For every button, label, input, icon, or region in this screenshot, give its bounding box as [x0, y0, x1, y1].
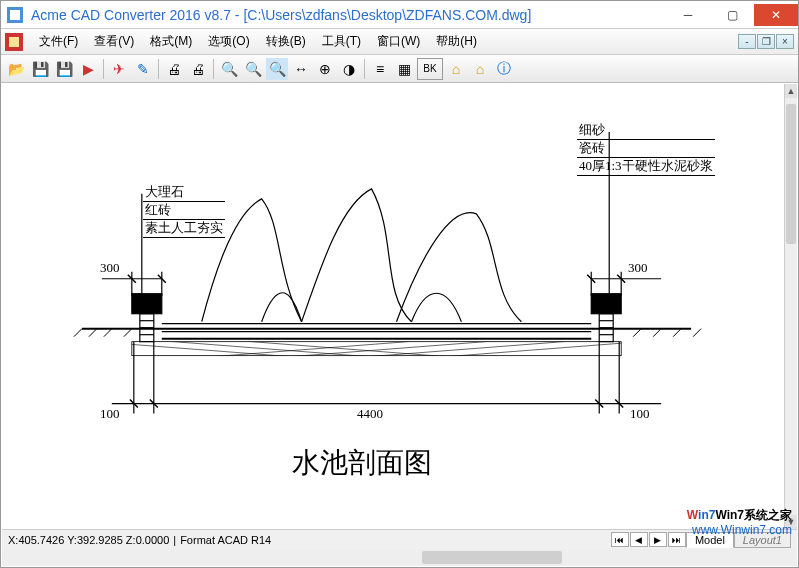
window-title: Acme CAD Converter 2016 v8.7 - [C:\Users… [31, 7, 666, 23]
logo-icon [5, 33, 23, 51]
minimize-button[interactable]: ─ [666, 4, 710, 26]
title-bar: Acme CAD Converter 2016 v8.7 - [C:\Users… [1, 1, 798, 29]
separator [103, 59, 104, 79]
pdf-icon[interactable]: ✈ [108, 58, 130, 80]
svg-rect-10 [591, 294, 621, 314]
tab-prev-button[interactable]: ◀ [630, 532, 648, 547]
tab-nav: ⏮ ◀ ▶ ⏭ [611, 532, 686, 547]
status-sep: | [173, 534, 176, 546]
export-icon[interactable]: ▶ [77, 58, 99, 80]
tab-first-button[interactable]: ⏮ [611, 532, 629, 547]
separator [158, 59, 159, 79]
maximize-button[interactable]: ▢ [710, 4, 754, 26]
label-soil: 素土人工夯实 [143, 220, 225, 238]
drawing-title: 水池剖面图 [292, 444, 432, 482]
menu-options[interactable]: 选项(O) [200, 31, 257, 52]
dim-mid-4400: 4400 [357, 406, 383, 422]
scroll-up-icon[interactable]: ▲ [785, 84, 797, 98]
watermark: Win7Win7系统之家 www.Winwin7.com [687, 508, 792, 539]
mdi-close-button[interactable]: × [776, 34, 794, 49]
svg-line-4 [124, 329, 132, 337]
watermark-url: www.Winwin7.com [687, 523, 792, 539]
horizontal-scrollbar[interactable] [2, 549, 797, 566]
dim-right-100: 100 [630, 406, 650, 422]
mdi-restore-button[interactable]: ❐ [757, 34, 775, 49]
print-icon[interactable]: 🖨 [163, 58, 185, 80]
toolbar: 📂 💾 💾 ▶ ✈ ✎ 🖨 🖨 🔍 🔍 🔍 ↔ ⊕ ◑ ≡ ▦ BK ⌂ ⌂ ⓘ [1, 55, 798, 83]
menu-format[interactable]: 格式(M) [142, 31, 200, 52]
status-format: Format ACAD R14 [180, 534, 271, 546]
mdi-minimize-button[interactable]: - [738, 34, 756, 49]
menu-file[interactable]: 文件(F) [31, 31, 86, 52]
font-icon[interactable]: ⌂ [445, 58, 467, 80]
label-redbrick: 红砖 [143, 202, 225, 220]
svg-line-8 [693, 329, 701, 337]
label-finesand: 细砂 [577, 122, 715, 140]
bk-button[interactable]: BK [417, 58, 443, 80]
menu-view[interactable]: 查看(V) [86, 31, 142, 52]
pan-icon[interactable]: ↔ [290, 58, 312, 80]
save-icon[interactable]: 💾 [29, 58, 51, 80]
print-preview-icon[interactable]: 🖨 [187, 58, 209, 80]
left-labels: 大理石 红砖 素土人工夯实 [143, 184, 225, 238]
batch-icon[interactable]: ✎ [132, 58, 154, 80]
saveall-icon[interactable]: 💾 [53, 58, 75, 80]
tab-last-button[interactable]: ⏭ [668, 532, 686, 547]
dim-left-300: 300 [100, 260, 120, 276]
close-button[interactable]: ✕ [754, 4, 798, 26]
svg-line-1 [74, 329, 82, 337]
tab-next-button[interactable]: ▶ [649, 532, 667, 547]
right-labels: 细砂 瓷砖 40厚1:3干硬性水泥砂浆 [577, 122, 715, 176]
open-icon[interactable]: 📂 [5, 58, 27, 80]
label-marble: 大理石 [143, 184, 225, 202]
home-icon[interactable]: ⌂ [469, 58, 491, 80]
menu-bar: 文件(F) 查看(V) 格式(M) 选项(O) 转换(B) 工具(T) 窗口(W… [1, 29, 798, 55]
separator [364, 59, 365, 79]
dim-right-300: 300 [628, 260, 648, 276]
status-bar: X:405.7426 Y:392.9285 Z:0.0000 | Format … [2, 529, 797, 549]
menu-convert[interactable]: 转换(B) [258, 31, 314, 52]
zoom-realtime-icon[interactable]: ◑ [338, 58, 360, 80]
mdi-controls: - ❐ × [738, 34, 794, 49]
separator [213, 59, 214, 79]
vertical-scrollbar[interactable]: ▲ ▼ [784, 84, 797, 529]
drawing-canvas[interactable]: 大理石 红砖 素土人工夯实 细砂 瓷砖 40厚1:3干硬性水泥砂浆 300 30… [2, 84, 784, 529]
window-controls: ─ ▢ ✕ [666, 4, 798, 26]
layers-icon[interactable]: ≡ [369, 58, 391, 80]
label-mortar: 40厚1:3干硬性水泥砂浆 [577, 158, 715, 176]
svg-line-5 [633, 329, 641, 337]
zoom-extents-icon[interactable]: ⊕ [314, 58, 336, 80]
status-coords: X:405.7426 Y:392.9285 Z:0.0000 [8, 534, 169, 546]
label-tile: 瓷砖 [577, 140, 715, 158]
svg-rect-9 [132, 294, 162, 314]
zoom-in-icon[interactable]: 🔍 [242, 58, 264, 80]
menu-tools[interactable]: 工具(T) [314, 31, 369, 52]
menu-help[interactable]: 帮助(H) [428, 31, 485, 52]
hscroll-thumb[interactable] [422, 551, 562, 564]
zoom-window-icon[interactable]: 🔍 [266, 58, 288, 80]
watermark-title: Win7Win7系统之家 [687, 508, 792, 524]
info-icon[interactable]: ⓘ [493, 58, 515, 80]
color-icon[interactable]: ▦ [393, 58, 415, 80]
svg-line-2 [89, 329, 97, 337]
app-icon [7, 7, 23, 23]
svg-line-7 [673, 329, 681, 337]
svg-point-37 [607, 295, 611, 299]
dim-left-100: 100 [100, 406, 120, 422]
zoom-out-icon[interactable]: 🔍 [218, 58, 240, 80]
svg-line-3 [104, 329, 112, 337]
svg-point-35 [140, 295, 144, 299]
svg-line-6 [653, 329, 661, 337]
menu-window[interactable]: 窗口(W) [369, 31, 428, 52]
scroll-thumb[interactable] [786, 104, 796, 244]
